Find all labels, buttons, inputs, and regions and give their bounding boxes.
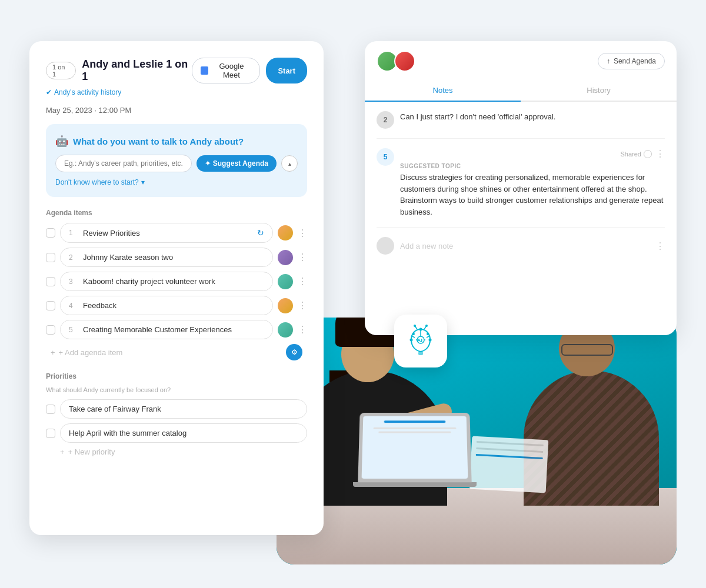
agenda-text-5: Creating Memorable Customer Experiences bbox=[83, 325, 264, 334]
avatar-1 bbox=[278, 225, 293, 240]
upload-icon: ↑ bbox=[607, 57, 610, 65]
svg-line-5 bbox=[427, 336, 429, 338]
agenda-checkbox-3[interactable] bbox=[46, 277, 55, 286]
svg-point-14 bbox=[414, 325, 416, 327]
meeting-title: Andy and Leslie 1 on 1 bbox=[82, 58, 192, 83]
activity-link-text: Andy's activity history bbox=[54, 88, 121, 96]
agenda-checkbox-2[interactable] bbox=[46, 253, 55, 262]
agenda-text-3: Kaboom! charity project volunteer work bbox=[83, 277, 264, 286]
agenda-pill-1[interactable]: 1 Review Priorities ↻ bbox=[60, 223, 273, 243]
svg-point-9 bbox=[429, 339, 432, 342]
tab-history[interactable]: History bbox=[521, 80, 677, 101]
laptop bbox=[359, 412, 477, 487]
header-left: 1 on 1 Andy and Leslie 1 on 1 bbox=[46, 58, 192, 83]
new-priority-label: + New priority bbox=[68, 447, 115, 456]
svg-point-16 bbox=[425, 325, 428, 327]
check-icon: ✔ bbox=[46, 88, 52, 96]
avatar-2 bbox=[278, 250, 293, 265]
svg-rect-12 bbox=[418, 352, 423, 355]
start-button[interactable]: Start bbox=[266, 58, 307, 83]
man-glasses bbox=[561, 344, 613, 356]
priority-pill-1[interactable]: Take care of Fairway Frank bbox=[60, 399, 307, 419]
add-note-placeholder[interactable]: Add a new note bbox=[400, 242, 453, 250]
collapse-button[interactable]: ▴ bbox=[281, 155, 298, 172]
add-note-dots[interactable]: ⋮ bbox=[655, 240, 665, 252]
shared-circle-icon bbox=[644, 150, 652, 158]
agenda-item-2: 2 Johnny Karate season two ⋮ bbox=[46, 248, 307, 267]
priorities-section: Priorities What should Andy currently be… bbox=[46, 372, 307, 456]
add-item-label: + Add agenda item bbox=[59, 348, 123, 357]
suggest-input[interactable] bbox=[55, 155, 192, 172]
agenda-pill-4[interactable]: 4 Feedback bbox=[60, 296, 273, 315]
priority-checkbox-2[interactable] bbox=[46, 429, 55, 438]
add-agenda-item-button[interactable]: + + Add agenda item bbox=[51, 348, 122, 357]
notes-card: ↑ Send Agenda Notes History 2 Can I just… bbox=[365, 41, 677, 335]
refresh-icon-1[interactable]: ↻ bbox=[257, 228, 264, 238]
item-dots-3[interactable]: ⋮ bbox=[298, 276, 307, 287]
priority-pill-2[interactable]: Help April with the summer catalog bbox=[60, 423, 307, 443]
plus-icon-priority: + bbox=[60, 447, 65, 456]
item-dots-5[interactable]: ⋮ bbox=[298, 324, 307, 335]
suggest-input-row: ✦ Suggest Agenda ▴ bbox=[55, 155, 298, 172]
dont-know-text: Don't know where to start? bbox=[55, 178, 139, 186]
google-meet-button[interactable]: Google Meet bbox=[192, 58, 261, 83]
participants-avatars bbox=[377, 51, 412, 72]
new-priority-row[interactable]: + + New priority bbox=[46, 447, 307, 456]
add-note-avatar bbox=[377, 237, 394, 255]
agenda-text-1: Review Priorities bbox=[83, 229, 251, 238]
meeting-date: May 25, 2023 · 12:00 PM bbox=[46, 106, 307, 115]
item-dots-1[interactable]: ⋮ bbox=[298, 228, 307, 239]
note-meta-2: Shared ⋮ bbox=[400, 148, 665, 159]
notes-card-header: ↑ Send Agenda bbox=[365, 41, 677, 72]
robot-icon: 🤖 bbox=[55, 135, 68, 148]
suggestion-title: 🤖 What do you want to talk to Andy about… bbox=[55, 135, 298, 148]
agenda-num-1: 1 bbox=[69, 229, 77, 237]
send-agenda-label: Send Agenda bbox=[614, 57, 656, 65]
avatar-3 bbox=[278, 274, 293, 289]
note-content-1: Can I just start? I don't need 'official… bbox=[400, 111, 665, 129]
add-item-row: + + Add agenda item ⚙ bbox=[46, 344, 307, 360]
agenda-text-4: Feedback bbox=[83, 301, 264, 310]
agenda-checkbox-5[interactable] bbox=[46, 325, 55, 335]
send-agenda-button[interactable]: ↑ Send Agenda bbox=[598, 53, 665, 69]
photo-scene-inner bbox=[277, 318, 677, 564]
agenda-pill-2[interactable]: 2 Johnny Karate season two bbox=[60, 248, 273, 267]
plus-icon: + bbox=[51, 348, 55, 357]
agenda-label: Agenda items bbox=[46, 209, 307, 217]
google-meet-label: Google Meet bbox=[212, 62, 252, 79]
svg-point-7 bbox=[419, 328, 422, 331]
screen-bar-1 bbox=[384, 420, 446, 423]
agenda-text-2: Johnny Karate season two bbox=[83, 253, 264, 262]
agenda-checkbox-1[interactable] bbox=[46, 228, 55, 238]
avatar-4 bbox=[278, 298, 293, 313]
suggestion-box: 🤖 What do you want to talk to Andy about… bbox=[46, 124, 307, 197]
dont-know-link[interactable]: Don't know where to start? ▾ bbox=[55, 178, 298, 186]
agenda-settings-button[interactable]: ⚙ bbox=[286, 344, 302, 360]
ai-icon: AI bbox=[404, 325, 437, 358]
note-dots-2[interactable]: ⋮ bbox=[655, 148, 665, 159]
laptop-base bbox=[353, 482, 477, 487]
suggest-agenda-button[interactable]: ✦ Suggest Agenda bbox=[197, 155, 277, 172]
agenda-checkbox-4[interactable] bbox=[46, 301, 55, 310]
activity-link[interactable]: ✔ Andy's activity history bbox=[46, 88, 307, 96]
ai-card: AI bbox=[394, 315, 447, 368]
screen-bar-2 bbox=[373, 427, 456, 429]
priority-item-2: Help April with the summer catalog bbox=[46, 423, 307, 443]
header-actions: Google Meet Start bbox=[192, 58, 307, 83]
agenda-pill-3[interactable]: 3 Kaboom! charity project volunteer work bbox=[60, 272, 273, 291]
priorities-sublabel: What should Andy currently be focused on… bbox=[46, 386, 307, 393]
item-dots-2[interactable]: ⋮ bbox=[298, 252, 307, 263]
tab-notes[interactable]: Notes bbox=[365, 80, 521, 102]
priorities-label: Priorities bbox=[46, 372, 307, 380]
item-dots-4[interactable]: ⋮ bbox=[298, 300, 307, 311]
notes-body: 2 Can I just start? I don't need 'offici… bbox=[365, 102, 677, 264]
note-content-2: Shared ⋮ SUGGESTED TOPIC Discuss strateg… bbox=[400, 148, 665, 218]
agenda-num-3: 3 bbox=[69, 278, 77, 286]
agenda-num-4: 4 bbox=[69, 302, 77, 310]
agenda-pill-5[interactable]: 5 Creating Memorable Customer Experience… bbox=[60, 320, 273, 339]
note-item-2: 5 Shared ⋮ SUGGESTED TOPIC Discuss strat… bbox=[377, 148, 665, 228]
svg-point-8 bbox=[410, 339, 413, 342]
photo-background bbox=[277, 318, 677, 564]
priority-checkbox-1[interactable] bbox=[46, 405, 55, 414]
gear-icon: ⚙ bbox=[291, 348, 298, 356]
